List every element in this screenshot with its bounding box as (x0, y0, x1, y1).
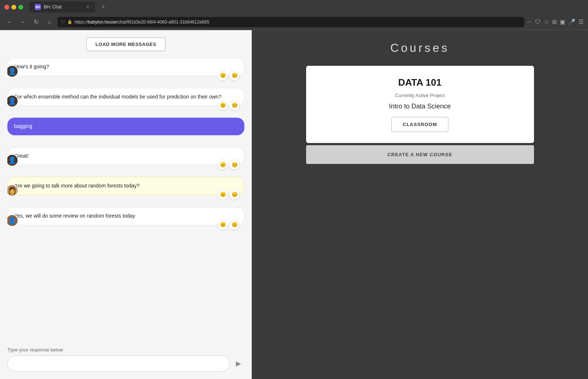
message-bubble: For which ensemble method can the indivi… (7, 88, 244, 106)
address-url: https://babylon.house/chat/f81b3e20-fd04… (75, 19, 209, 25)
tab-title: BH: Chat (44, 4, 83, 10)
input-row: ▶ (7, 355, 244, 372)
message-bubble: How's it going? 😐 😊 (7, 58, 244, 76)
neutral-reaction-button[interactable]: 😐 (218, 100, 228, 111)
response-input[interactable] (7, 355, 230, 372)
message-bubble: Great! 😐 😊 (7, 147, 244, 165)
title-bar: BH BH: Chat × + (0, 0, 588, 14)
list-item: How's it going? 😐 😊 👤 (7, 58, 244, 76)
browser-frame: BH BH: Chat × + ← → ↻ ⌂ 🛡 🔒 https://baby… (0, 0, 588, 379)
list-item: Yes, we will do some review on random fo… (7, 207, 244, 225)
mic-icon[interactable]: 🎤 (568, 18, 576, 25)
url-prefix: https:// (75, 19, 88, 25)
menu-icon[interactable]: ☰ (578, 18, 584, 25)
smile-reaction-button[interactable]: 😊 (229, 160, 240, 170)
neutral-reaction-button[interactable]: 😐 (218, 220, 228, 230)
reload-button[interactable]: ↻ (31, 17, 41, 27)
course-status: Currently Active Project (395, 93, 445, 98)
list-item: Are we going to talk more about random f… (7, 177, 244, 195)
tab-close-button[interactable]: × (86, 4, 89, 10)
avatar-image: 👤 (7, 215, 18, 226)
chat-panel: LOAD MORE MESSAGES How's it going? 😐 😊 👤 (0, 30, 252, 379)
send-button[interactable]: ▶ (233, 358, 244, 369)
input-label: Type your response below (7, 347, 244, 353)
home-button[interactable]: ⌂ (44, 17, 54, 27)
message-text: For which ensemble method can the indivi… (14, 94, 221, 100)
nav-actions: ··· 🛡 ☆ ⊞ ▣ 🎤 ☰ (527, 18, 584, 25)
message-reactions: 😐 😊 (218, 100, 240, 111)
shield-icon[interactable]: 🛡 (535, 19, 541, 25)
bookmark-icon[interactable]: ☆ (544, 18, 549, 25)
course-code: DATA 101 (398, 77, 442, 88)
avatar-image: 👤 (7, 66, 18, 77)
smile-reaction-button[interactable]: 😊 (229, 220, 240, 230)
messages-container: How's it going? 😐 😊 👤 For which ensemble… (7, 58, 244, 343)
message-reactions: 😐 😊 (218, 220, 240, 230)
avatar-image: 👩 (7, 185, 18, 196)
browser-tab[interactable]: BH BH: Chat × (29, 1, 95, 12)
message-reactions: 😐 😊 (218, 71, 240, 81)
avatar: 👤 (7, 65, 18, 78)
neutral-reaction-button[interactable]: 😐 (218, 160, 228, 170)
courses-panel: Courses DATA 101 Currently Active Projec… (252, 30, 588, 379)
forward-button[interactable]: → (18, 17, 28, 27)
lock-icon: 🔒 (67, 19, 72, 24)
message-text: Yes, we will do some review on random fo… (14, 213, 135, 219)
url-domain: babylon.house (88, 19, 116, 25)
traffic-lights (4, 5, 23, 10)
message-text: Are we going to talk more about random f… (14, 183, 140, 189)
neutral-reaction-button[interactable]: 😐 (218, 190, 228, 200)
avatar: 👤 (7, 214, 18, 227)
security-icon: 🛡 (61, 20, 65, 24)
new-tab-button[interactable]: + (98, 2, 108, 12)
avatar-image: 👤 (7, 96, 18, 107)
create-course-button[interactable]: CREATE A NEW COURSE (306, 145, 534, 164)
course-card: DATA 101 Currently Active Project Intro … (306, 66, 534, 143)
more-options-icon[interactable]: ··· (527, 19, 532, 25)
smile-reaction-button[interactable]: 😊 (229, 100, 240, 111)
input-area: Type your response below ▶ (7, 347, 244, 372)
url-path: /chat/f81b3e20-fd04-4060-a901-31b64612e6… (116, 19, 209, 25)
list-item: Great! 😐 😊 👤 (7, 147, 244, 165)
minimize-traffic-light[interactable] (11, 5, 16, 10)
back-button[interactable]: ← (4, 17, 15, 27)
course-name: Intro to Data Science (389, 103, 451, 110)
smile-reaction-button[interactable]: 😊 (229, 71, 240, 81)
message-bubble: Yes, we will do some review on random fo… (7, 207, 244, 225)
maximize-traffic-light[interactable] (18, 5, 23, 10)
message-bubble-answer: bagging (7, 118, 244, 135)
message-text: bagging (14, 123, 32, 129)
avatar-image: 👤 (7, 155, 18, 166)
list-item: For which ensemble method can the indivi… (7, 88, 244, 106)
reading-view-icon[interactable]: ▣ (560, 18, 565, 25)
message-bubble: Are we going to talk more about random f… (7, 177, 244, 195)
message-text: How's it going? (14, 64, 49, 69)
smile-reaction-button[interactable]: 😊 (229, 190, 240, 200)
message-reactions: 😐 😊 (218, 190, 240, 200)
message-reactions: 😐 😊 (218, 160, 240, 170)
close-traffic-light[interactable] (4, 5, 9, 10)
address-bar[interactable]: 🛡 🔒 https://babylon.house/chat/f81b3e20-… (57, 17, 524, 27)
load-more-button[interactable]: LOAD MORE MESSAGES (86, 37, 166, 51)
neutral-reaction-button[interactable]: 😐 (218, 71, 228, 81)
courses-title: Courses (390, 41, 449, 55)
nav-bar: ← → ↻ ⌂ 🛡 🔒 https://babylon.house/chat/f… (0, 14, 588, 30)
content-area: LOAD MORE MESSAGES How's it going? 😐 😊 👤 (0, 30, 588, 379)
bookmarks-icon[interactable]: ⊞ (552, 18, 557, 25)
tab-favicon: BH (35, 4, 41, 10)
list-item: bagging (7, 118, 244, 135)
classroom-button[interactable]: CLASSROOM (391, 117, 449, 132)
